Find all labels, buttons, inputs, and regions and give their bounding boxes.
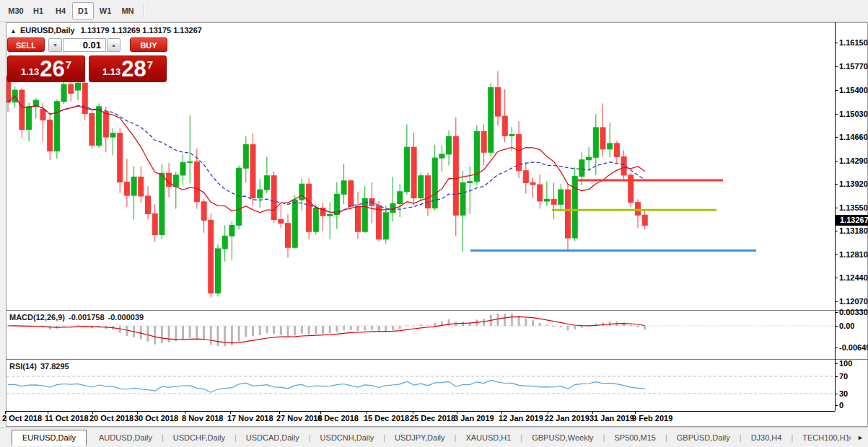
candle[interactable] bbox=[131, 177, 136, 196]
candle[interactable] bbox=[292, 200, 297, 247]
candle[interactable] bbox=[48, 120, 53, 151]
candle[interactable] bbox=[19, 90, 25, 130]
chart-tab-gbpusd[interactable]: GBPUSD,Weekly bbox=[522, 433, 602, 442]
timeframe-button-h4[interactable]: H4 bbox=[50, 2, 71, 19]
candle[interactable] bbox=[110, 133, 115, 137]
candle[interactable] bbox=[307, 184, 312, 231]
timeframe-button-w1[interactable]: W1 bbox=[95, 2, 116, 19]
candle[interactable] bbox=[243, 145, 248, 169]
candle[interactable] bbox=[348, 181, 354, 206]
candle[interactable] bbox=[621, 156, 626, 175]
candle[interactable] bbox=[69, 84, 74, 93]
candle[interactable] bbox=[636, 203, 641, 216]
candle[interactable] bbox=[286, 224, 291, 247]
candle[interactable] bbox=[460, 182, 465, 215]
candle[interactable] bbox=[418, 176, 424, 198]
chart-tab-usdcad[interactable]: USDCAD,Daily bbox=[237, 433, 309, 442]
candle[interactable] bbox=[544, 199, 549, 201]
sell-price-button[interactable]: 1.13 26 7 bbox=[7, 56, 85, 82]
candle[interactable] bbox=[530, 182, 535, 185]
candle[interactable] bbox=[216, 249, 221, 293]
timeframe-button-h1[interactable]: H1 bbox=[27, 2, 49, 19]
candle[interactable] bbox=[328, 214, 333, 216]
candle[interactable] bbox=[383, 213, 388, 239]
macd-panel-divider[interactable] bbox=[6, 310, 868, 311]
candle[interactable] bbox=[209, 220, 214, 293]
buy-price-button[interactable]: 1.13 28 7 bbox=[89, 56, 167, 82]
candle[interactable] bbox=[551, 199, 556, 204]
buy-button[interactable]: BUY bbox=[130, 37, 167, 52]
candle[interactable] bbox=[54, 102, 59, 151]
candle[interactable] bbox=[509, 135, 514, 136]
candle[interactable] bbox=[152, 214, 157, 235]
rsi-panel-divider[interactable] bbox=[6, 359, 868, 360]
candle[interactable] bbox=[356, 206, 361, 231]
candle[interactable] bbox=[572, 177, 577, 238]
candle[interactable] bbox=[600, 128, 605, 149]
candle[interactable] bbox=[173, 175, 178, 187]
candle[interactable] bbox=[538, 185, 543, 201]
candle[interactable] bbox=[558, 190, 564, 204]
candle[interactable] bbox=[447, 136, 452, 154]
candle[interactable] bbox=[439, 154, 444, 158]
volume-decrease-button[interactable]: ▼ bbox=[48, 38, 62, 52]
chart-tab-audusd[interactable]: AUDUSD,Daily bbox=[89, 433, 162, 442]
candle[interactable] bbox=[201, 202, 206, 221]
candle[interactable] bbox=[222, 236, 227, 249]
candle[interactable] bbox=[608, 143, 613, 149]
candle[interactable] bbox=[488, 87, 494, 152]
candle[interactable] bbox=[264, 176, 269, 190]
chart-tab-usdjpy[interactable]: USDJPY,Daily bbox=[385, 433, 455, 442]
candle[interactable] bbox=[97, 107, 102, 146]
candle[interactable] bbox=[237, 168, 242, 225]
candle[interactable] bbox=[614, 143, 619, 156]
candle[interactable] bbox=[139, 177, 144, 196]
sell-button[interactable]: SELL bbox=[7, 37, 45, 52]
candle[interactable] bbox=[404, 147, 409, 192]
candle[interactable] bbox=[593, 128, 598, 157]
chart-tab-eurusd[interactable]: EURUSD,Daily bbox=[12, 430, 87, 446]
candle[interactable] bbox=[313, 208, 318, 232]
collapse-triangle-icon[interactable]: ▲ bbox=[10, 27, 17, 35]
chart-tab-dj30[interactable]: DJ30,H4 bbox=[742, 433, 792, 442]
candle[interactable] bbox=[167, 173, 172, 186]
candle[interactable] bbox=[411, 147, 416, 198]
candle[interactable] bbox=[377, 205, 382, 239]
candle[interactable] bbox=[362, 198, 367, 231]
candle[interactable] bbox=[89, 114, 95, 146]
candle[interactable] bbox=[180, 162, 185, 175]
chart-tab-sp500[interactable]: SP500,M15 bbox=[605, 433, 665, 442]
candle[interactable] bbox=[194, 161, 199, 201]
candle[interactable] bbox=[642, 215, 647, 225]
volume-input[interactable] bbox=[63, 38, 106, 52]
candle[interactable] bbox=[579, 160, 584, 177]
rsi-indicator-panel[interactable] bbox=[6, 360, 835, 410]
candle[interactable] bbox=[299, 184, 304, 200]
chart-tab-usdchf[interactable]: USDCHF,Daily bbox=[164, 433, 234, 442]
candle[interactable] bbox=[258, 190, 263, 198]
candle[interactable] bbox=[61, 84, 66, 102]
chart-tab-xauusd[interactable]: XAUUSD,H1 bbox=[456, 433, 520, 442]
chart-tab-usdcnh[interactable]: USDCNH,Daily bbox=[311, 433, 384, 442]
candle[interactable] bbox=[496, 87, 501, 116]
candle[interactable] bbox=[27, 107, 32, 130]
candle[interactable] bbox=[481, 131, 486, 152]
candle[interactable] bbox=[398, 192, 403, 204]
candle[interactable] bbox=[103, 112, 108, 137]
candle[interactable] bbox=[453, 136, 458, 215]
candle[interactable] bbox=[76, 83, 81, 90]
candle[interactable] bbox=[40, 109, 45, 120]
candle[interactable] bbox=[124, 182, 129, 195]
candle[interactable] bbox=[341, 181, 346, 194]
candle[interactable] bbox=[566, 190, 571, 238]
chart-tab-gbpusd[interactable]: GBPUSD,Daily bbox=[667, 433, 740, 442]
candle[interactable] bbox=[159, 173, 165, 234]
volume-increase-button[interactable]: ▲ bbox=[107, 38, 120, 52]
candle[interactable] bbox=[146, 196, 151, 214]
candle[interactable] bbox=[279, 219, 284, 223]
timeframe-button-m30[interactable]: M30 bbox=[5, 2, 27, 19]
tabs-scroll-right-button[interactable]: ► bbox=[857, 434, 864, 441]
candle[interactable] bbox=[271, 176, 276, 220]
timeframe-button-d1[interactable]: D1 bbox=[72, 2, 94, 19]
candle[interactable] bbox=[587, 157, 592, 160]
